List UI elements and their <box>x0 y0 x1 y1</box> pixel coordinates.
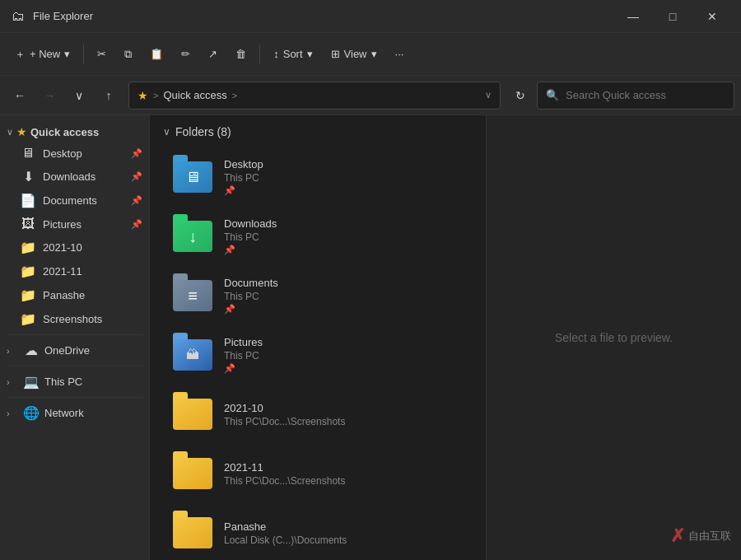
refresh-button[interactable]: ↻ <box>507 82 534 109</box>
network-expand-arrow: › <box>7 408 18 418</box>
folder-item-downloads[interactable]: Downloads This PC 📌 <box>163 208 473 265</box>
folder-item-pictures[interactable]: Pictures This PC 📌 <box>163 326 473 384</box>
maximize-button[interactable]: □ <box>654 4 692 29</box>
watermark-text: 自由互联 <box>688 529 731 544</box>
rename-icon: ✏ <box>181 48 190 60</box>
2021-11-folder-info: 2021-11 This PC\Doc...\Screenshots <box>224 461 464 487</box>
watermark-x-icon: ✗ <box>670 525 685 547</box>
sidebar-desktop-label: Desktop <box>43 147 124 160</box>
2021-11-folder-icon <box>173 458 212 489</box>
desktop-folder-info: Desktop This PC 📌 <box>224 158 464 196</box>
sidebar-item-desktop[interactable]: 🖥 Desktop 📌 <box>0 142 149 165</box>
sort-button[interactable]: ↕ Sort ▾ <box>265 39 320 70</box>
folder-item-2021-10[interactable]: 2021-10 This PC\Doc...\Screenshots <box>163 385 473 443</box>
sidebar-item-documents[interactable]: 📄 Documents 📌 <box>0 189 149 212</box>
file-explorer-icon: 🗂 <box>10 8 26 25</box>
2021-10-folder-name: 2021-10 <box>224 402 464 414</box>
thispc-expand-arrow: › <box>7 377 18 387</box>
sidebar-item-2021-10[interactable]: 📁 2021-10 <box>0 236 149 259</box>
sidebar-divider-3 <box>7 397 142 398</box>
folder-grid: Desktop This PC 📌 Downloads This PC 📌 <box>163 148 473 560</box>
address-main-text: Quick access <box>163 89 226 101</box>
title-bar-title: File Explorer <box>33 10 93 22</box>
downloads-icon: ⬇ <box>20 169 36 184</box>
sidebar-network-label: Network <box>44 407 142 419</box>
paste-button[interactable]: 📋 <box>142 39 171 70</box>
sidebar-2021-11-label: 2021-11 <box>43 265 142 278</box>
copy-button[interactable]: ⧉ <box>116 39 140 70</box>
folder-item-documents[interactable]: Documents This PC 📌 <box>163 267 473 324</box>
more-button[interactable]: ··· <box>387 39 412 70</box>
address-dropdown-arrow[interactable]: ∨ <box>485 90 492 100</box>
documents-icon: 📄 <box>20 193 36 208</box>
sidebar-item-panashe[interactable]: 📁 Panashe <box>0 283 149 307</box>
sidebar-panashe-label: Panashe <box>43 289 142 301</box>
downloads-folder-icon <box>173 221 212 252</box>
folder-item-2021-11[interactable]: 2021-11 This PC\Doc...\Screenshots <box>163 445 473 502</box>
minimize-button[interactable]: — <box>614 4 652 29</box>
delete-icon: 🗑 <box>235 48 246 60</box>
paste-icon: 📋 <box>150 48 163 60</box>
sidebar-divider-2 <box>7 366 142 366</box>
pictures-folder-icon <box>173 339 212 371</box>
search-input[interactable] <box>566 89 725 101</box>
documents-folder-icon-wrap <box>171 274 214 317</box>
cut-button[interactable]: ✂ <box>89 39 114 70</box>
folders-section-header[interactable]: ∨ Folders (8) <box>163 125 473 138</box>
new-label: + New <box>30 48 60 60</box>
desktop-icon: 🖥 <box>20 146 36 161</box>
downloads-folder-icon-wrap <box>171 215 214 258</box>
close-button[interactable]: ✕ <box>693 4 731 29</box>
sidebar-screenshots-label: Screenshots <box>43 313 142 325</box>
view-button[interactable]: ⊞ View ▾ <box>323 39 385 70</box>
folder-item-desktop[interactable]: Desktop This PC 📌 <box>163 148 473 206</box>
back-button[interactable]: ← <box>7 82 33 109</box>
search-bar[interactable]: 🔍 <box>537 82 734 110</box>
address-bar[interactable]: ★ > Quick access > ∨ <box>128 82 501 110</box>
2021-11-folder-name: 2021-11 <box>224 461 464 474</box>
folders-expand-arrow[interactable]: ∨ <box>163 126 170 138</box>
pictures-folder-name: Pictures <box>224 336 464 348</box>
pictures-folder-info: Pictures This PC 📌 <box>224 336 464 374</box>
up-button[interactable]: ↑ <box>96 82 122 109</box>
onedrive-expand-arrow: › <box>7 346 18 356</box>
rename-button[interactable]: ✏ <box>173 39 198 70</box>
share-button[interactable]: ↗ <box>200 39 226 70</box>
toolbar-separator-1 <box>83 44 84 64</box>
documents-folder-path: This PC <box>224 291 464 302</box>
network-icon: 🌐 <box>23 405 40 421</box>
pictures-folder-icon-wrap <box>171 334 214 376</box>
desktop-folder-icon-wrap <box>171 156 214 198</box>
sidebar-item-onedrive[interactable]: › ☁ OneDrive <box>0 338 149 362</box>
forward-button[interactable]: → <box>36 82 63 109</box>
title-bar-left: 🗂 File Explorer <box>10 8 93 25</box>
documents-folder-pin: 📌 <box>224 304 464 315</box>
folders-section-label: Folders (8) <box>175 125 231 138</box>
sidebar-item-thispc[interactable]: › 💻 This PC <box>0 370 149 394</box>
quick-access-expand-icon: ∨ <box>7 127 13 138</box>
2021-11-folder-path: This PC\Doc...\Screenshots <box>224 475 464 487</box>
preview-panel: Select a file to preview. <box>486 115 741 560</box>
folder-2021-11-icon: 📁 <box>20 264 36 279</box>
2021-10-folder-icon <box>173 399 212 430</box>
quick-access-label: Quick access <box>30 126 99 138</box>
view-icon: ⊞ <box>331 48 340 60</box>
delete-button[interactable]: 🗑 <box>227 39 254 70</box>
sidebar: ∨ ★ Quick access 🖥 Desktop 📌 ⬇ Downloads… <box>0 115 150 560</box>
sidebar-item-screenshots[interactable]: 📁 Screenshots <box>0 307 149 331</box>
sidebar-quick-access-header[interactable]: ∨ ★ Quick access <box>0 122 149 142</box>
sidebar-item-2021-11[interactable]: 📁 2021-11 <box>0 259 149 283</box>
folder-item-panashe[interactable]: Panashe Local Disk (C...)\Documents <box>163 504 473 560</box>
sidebar-item-network[interactable]: › 🌐 Network <box>0 401 149 425</box>
sidebar-pictures-label: Pictures <box>43 218 124 231</box>
sidebar-item-downloads[interactable]: ⬇ Downloads 📌 <box>0 165 149 189</box>
recent-button[interactable]: ∨ <box>66 82 92 109</box>
sidebar-item-pictures[interactable]: 🖼 Pictures 📌 <box>0 212 149 236</box>
sort-icon: ↕ <box>273 48 279 60</box>
toolbar: ＋ + New ▾ ✂ ⧉ 📋 ✏ ↗ 🗑 ↕ Sort ▾ ⊞ View ▾ … <box>0 33 741 76</box>
new-dropdown-arrow: ▾ <box>64 48 70 60</box>
2021-11-folder-icon-wrap <box>171 452 214 495</box>
folder-2021-10-icon: 📁 <box>20 240 36 255</box>
nav-bar: ← → ∨ ↑ ★ > Quick access > ∨ ↻ 🔍 <box>0 76 741 115</box>
new-button[interactable]: ＋ + New ▾ <box>7 39 78 70</box>
